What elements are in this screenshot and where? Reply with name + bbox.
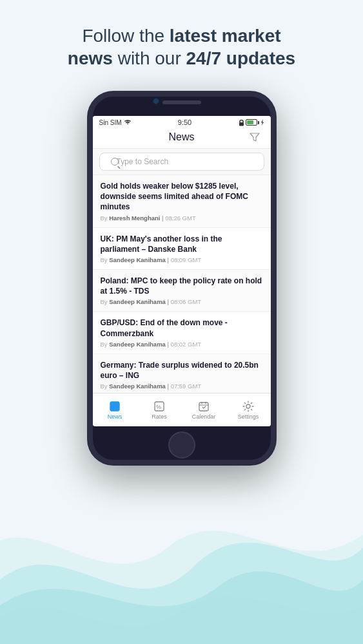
search-icon	[111, 158, 119, 166]
news-meta: By Sandeep Kanihama | 08:09 GMT	[101, 256, 263, 263]
svg-rect-7	[199, 402, 208, 411]
news-item[interactable]: Germany: Trade surplus widened to 20.5bn…	[93, 354, 271, 393]
news-headline: Germany: Trade surplus widened to 20.5bn…	[101, 360, 263, 381]
tab-icon-settings	[241, 401, 255, 412]
news-headline: GBP/USD: End of the down move - Commerzb…	[101, 317, 263, 338]
nav-title: News	[116, 131, 248, 143]
news-time: 08:02 GMT	[171, 341, 202, 348]
header-text: Follow the latest market news with our 2…	[0, 0, 363, 85]
phone-screen: Sin SIM 9:50	[93, 116, 271, 426]
author-name: Sandeep Kanihama	[109, 341, 166, 348]
header-line1-normal: Follow the	[82, 26, 169, 46]
news-time: 08:06 GMT	[171, 298, 202, 305]
battery-icon	[246, 119, 259, 126]
by-label: By	[101, 298, 110, 305]
news-headline: Gold holds weaker below $1285 level, dow…	[101, 181, 263, 213]
svg-text:%: %	[156, 404, 161, 410]
news-time: 07:59 GMT	[171, 383, 202, 390]
news-time: 08:09 GMT	[171, 256, 202, 263]
header-line2-bold: news	[68, 48, 113, 68]
by-label: By	[101, 256, 110, 263]
svg-point-11	[246, 404, 250, 408]
author-name: Sandeep Kanihama	[109, 298, 166, 305]
news-list: Gold holds weaker below $1285 level, dow…	[93, 175, 271, 393]
tab-label-settings: Settings	[238, 413, 259, 420]
news-item[interactable]: GBP/USD: End of the down move - Commerzb…	[93, 312, 271, 354]
wifi-icon	[124, 120, 132, 126]
phone-speaker	[162, 100, 201, 104]
tab-label-rates: Rates	[152, 413, 167, 420]
by-label: By	[101, 341, 110, 348]
tab-settings[interactable]: Settings	[226, 401, 271, 420]
charging-icon	[260, 119, 264, 126]
tab-icon-rates: %	[152, 401, 166, 412]
tab-label-news: News	[108, 413, 123, 420]
status-bar: Sin SIM 9:50	[93, 116, 271, 128]
carrier-label: Sin SIM	[99, 119, 122, 126]
status-left: Sin SIM	[99, 119, 132, 126]
news-meta: By Haresh Menghani | 08:26 GMT	[101, 214, 263, 222]
news-meta: By Sandeep Kanihama | 08:02 GMT	[101, 341, 263, 348]
header-line1-bold: latest market	[170, 26, 281, 46]
tab-icon-news	[108, 401, 122, 412]
tab-calendar[interactable]: Calendar	[182, 401, 226, 420]
status-time: 9:50	[178, 118, 191, 126]
tab-label-calendar: Calendar	[192, 413, 216, 420]
news-headline: UK: PM May's another loss in the parliam…	[101, 234, 263, 254]
tab-news[interactable]: News	[93, 401, 137, 420]
header-line2-normal: with our	[113, 48, 186, 68]
author-name: Haresh Menghani	[109, 214, 160, 222]
by-label: By	[101, 383, 110, 390]
phone-mockup: Sin SIM 9:50	[0, 85, 363, 465]
by-label: By	[101, 214, 110, 222]
home-button[interactable]	[168, 431, 195, 459]
phone-frame: Sin SIM 9:50	[88, 91, 276, 465]
news-meta: By Sandeep Kanihama | 08:06 GMT	[101, 298, 263, 305]
status-right	[239, 119, 264, 126]
search-container[interactable]: Type to Search	[99, 153, 264, 171]
author-name: Sandeep Kanihama	[109, 256, 166, 263]
svg-rect-0	[239, 122, 244, 126]
news-headline: Poland: MPC to keep the policy rate on h…	[101, 276, 263, 296]
news-item[interactable]: UK: PM May's another loss in the parliam…	[93, 228, 271, 270]
tab-rates[interactable]: % Rates	[137, 401, 182, 420]
news-item[interactable]: Poland: MPC to keep the policy rate on h…	[93, 270, 271, 312]
news-meta: By Sandeep Kanihama | 07:59 GMT	[101, 383, 263, 390]
author-name: Sandeep Kanihama	[109, 383, 166, 390]
tab-bar: News % Rates Calendar Settings	[93, 393, 271, 426]
filter-icon[interactable]	[248, 130, 262, 144]
tab-icon-calendar	[197, 401, 211, 412]
search-input[interactable]: Type to Search	[99, 153, 264, 171]
header-line2-bold2: 24/7 updates	[186, 48, 296, 68]
phone-camera	[153, 98, 159, 104]
lock-icon	[239, 119, 244, 126]
search-bar: Type to Search	[93, 149, 271, 175]
news-time: 08:26 GMT	[165, 214, 196, 222]
nav-bar: News	[93, 128, 271, 149]
news-item[interactable]: Gold holds weaker below $1285 level, dow…	[93, 175, 271, 228]
